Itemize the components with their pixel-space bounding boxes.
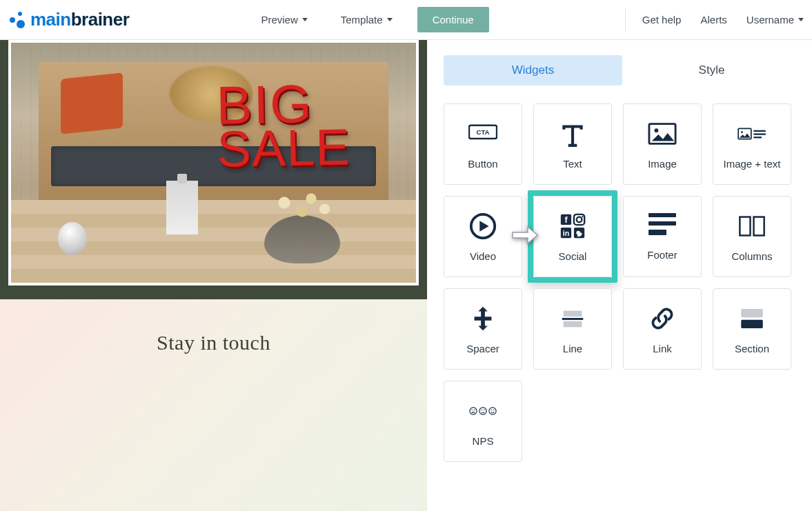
svg-rect-19 [754,217,764,235]
footer-icon [648,213,676,239]
widget-label: Spacer [466,343,499,354]
widget-social[interactable]: f in Social [533,196,612,277]
section-icon [737,304,766,333]
continue-button[interactable]: Continue [417,7,489,32]
cta-button-icon: CTA [468,119,497,148]
preview-label: Preview [261,14,297,26]
hero-image[interactable]: BIG SALE [8,40,419,285]
svg-point-5 [741,131,743,133]
widget-label: Section [735,343,769,354]
widget-label: Image [648,158,677,170]
widget-image-text[interactable]: Image + text [713,103,791,185]
canvas-column: BIG SALE Stay in touch [0,40,427,511]
widget-label: Button [468,158,497,170]
arrow-callout-icon [511,226,539,248]
svg-rect-12 [574,214,584,224]
svg-point-25 [470,407,477,414]
svg-rect-6 [753,130,766,131]
caret-down-icon [387,18,393,21]
brand-sub: brainer [71,9,130,30]
line-icon [558,304,587,333]
widget-label: Link [653,343,672,354]
svg-rect-23 [741,309,763,317]
svg-text:in: in [563,229,569,237]
svg-rect-22 [562,318,584,320]
svg-rect-21 [564,321,582,327]
alerts-link[interactable]: Alerts [700,14,726,26]
username-label: Username [746,14,794,26]
svg-rect-8 [753,137,762,138]
widget-grid: CTA Button Text Image Image + text Video [444,103,801,462]
svg-point-28 [479,407,486,414]
widget-label: Social [559,250,587,262]
image-icon [648,119,677,148]
nps-icon [468,397,497,425]
svg-rect-24 [741,319,763,328]
widget-label: Video [470,250,496,262]
svg-point-34 [493,409,494,410]
svg-point-26 [471,409,472,410]
spacer-icon [468,304,497,333]
username-dropdown[interactable]: Username [746,14,804,26]
widget-label: Text [563,158,582,170]
widget-button[interactable]: CTA Button [444,103,522,185]
svg-text:CTA: CTA [476,128,489,135]
widget-columns[interactable]: Columns [713,196,791,277]
widget-label: Line [563,343,582,354]
panel-tabs: Widgets Style [444,55,801,86]
tab-style[interactable]: Style [622,55,801,86]
template-dropdown[interactable]: Template [333,7,401,32]
widget-social-highlighted: f in Social [533,196,612,277]
brand-main: main [30,9,71,30]
big-sale-text: BIG SALE [216,80,350,172]
columns-icon [737,212,766,241]
widget-spacer[interactable]: Spacer [444,288,522,370]
svg-point-3 [655,128,659,132]
widget-image[interactable]: Image [623,103,702,185]
svg-point-32 [489,407,496,414]
svg-rect-20 [564,310,582,317]
widget-section[interactable]: Section [713,288,791,370]
svg-point-14 [582,216,583,217]
sale-line-2: SALE [217,126,350,172]
workspace: BIG SALE Stay in touch Widgets Style CTA… [0,40,812,511]
widget-label: Columns [731,250,772,262]
video-icon [468,212,497,241]
right-panel: Widgets Style CTA Button Text Image Imag… [427,40,812,511]
social-icon: f in [558,212,587,241]
template-label: Template [341,14,383,26]
brand-logo[interactable]: mainbrainer [8,9,129,30]
caret-down-icon [302,18,308,21]
topbar-center: Preview Template Continue [129,7,612,32]
widget-label: Footer [647,249,677,261]
get-help-link[interactable]: Get help [642,14,682,26]
svg-point-29 [481,409,482,410]
text-icon [558,119,587,148]
widget-label: Image + text [724,158,781,170]
svg-rect-7 [753,133,766,134]
svg-point-13 [577,217,582,222]
svg-rect-18 [740,217,750,235]
topbar-right: Get help Alerts Username [625,8,804,32]
tab-widgets[interactable]: Widgets [444,55,622,86]
link-icon [648,304,677,333]
logo-dots-icon [8,11,26,29]
svg-point-27 [474,409,475,410]
widget-text[interactable]: Text [533,103,612,185]
widget-video[interactable]: Video [444,196,522,277]
widget-link[interactable]: Link [623,288,702,370]
widget-line[interactable]: Line [533,288,612,370]
topbar: mainbrainer Preview Template Continue Ge… [0,0,812,40]
svg-point-30 [484,409,484,410]
image-text-icon [737,119,766,148]
email-canvas[interactable]: BIG SALE [0,40,427,299]
stay-in-touch-heading: Stay in touch [0,331,427,354]
widget-footer[interactable]: Footer [623,196,702,277]
preview-dropdown[interactable]: Preview [252,7,315,32]
stay-in-touch-section[interactable]: Stay in touch [0,299,427,511]
svg-point-33 [491,409,491,410]
widget-label: NPS [473,435,494,447]
caret-down-icon [798,18,804,21]
widget-nps[interactable]: NPS [444,381,522,462]
